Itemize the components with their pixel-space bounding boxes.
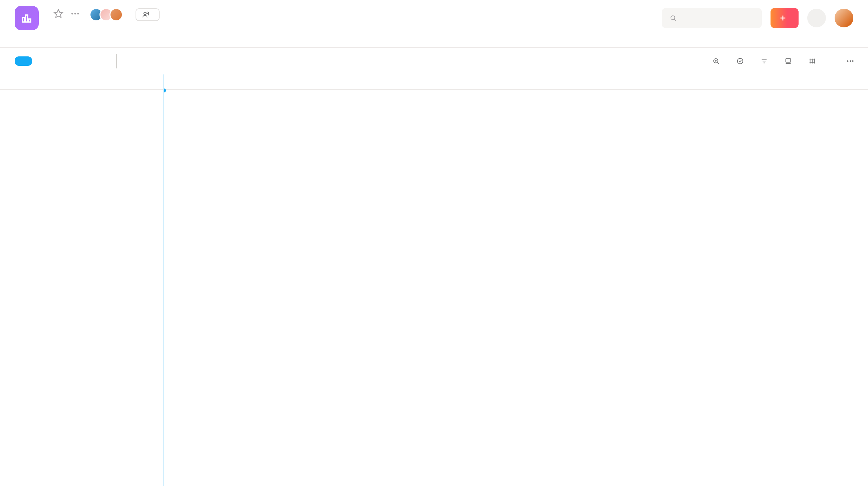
svg-marker-3 <box>54 9 63 18</box>
share-button[interactable] <box>135 8 160 21</box>
zoom-days-button[interactable] <box>712 57 723 65</box>
new-button[interactable] <box>771 8 799 28</box>
toolbar <box>0 48 868 74</box>
facepile[interactable] <box>93 8 123 21</box>
svg-point-5 <box>74 13 76 14</box>
timeline[interactable] <box>163 74 868 486</box>
svg-point-9 <box>671 16 675 20</box>
check-circle-icon <box>737 57 744 65</box>
avatar <box>110 8 123 21</box>
svg-point-6 <box>77 13 79 14</box>
search-icon <box>670 14 677 22</box>
today-marker <box>163 74 164 486</box>
current-user-avatar[interactable] <box>835 9 853 27</box>
header <box>0 0 868 48</box>
svg-point-30 <box>852 60 853 62</box>
svg-point-4 <box>71 13 73 14</box>
star-icon[interactable] <box>54 9 63 21</box>
svg-line-14 <box>717 62 719 64</box>
color-icon <box>784 57 792 65</box>
filter-icon <box>761 57 768 65</box>
svg-point-29 <box>850 60 851 62</box>
search-box[interactable] <box>662 8 762 28</box>
month-label <box>116 54 121 68</box>
svg-rect-0 <box>23 18 25 22</box>
tabs <box>47 28 160 35</box>
project-icon <box>15 6 39 30</box>
svg-rect-21 <box>786 59 791 62</box>
more-icon[interactable] <box>70 9 80 21</box>
svg-rect-2 <box>29 19 31 22</box>
sidebar <box>0 74 163 486</box>
svg-point-28 <box>847 60 848 62</box>
workspace <box>0 74 868 486</box>
grid-icon <box>809 57 816 65</box>
zoom-icon <box>712 57 720 65</box>
work-hours-button[interactable] <box>809 57 819 65</box>
svg-point-17 <box>738 58 743 64</box>
plus-icon <box>779 14 786 22</box>
svg-rect-1 <box>26 15 28 22</box>
completed-tasks-button[interactable] <box>737 57 747 65</box>
search-input[interactable] <box>682 13 754 23</box>
add-project-button[interactable] <box>15 56 32 66</box>
help-button[interactable] <box>807 9 826 27</box>
svg-point-8 <box>147 12 149 14</box>
svg-point-7 <box>144 12 146 15</box>
svg-line-10 <box>674 19 676 21</box>
filter-button[interactable] <box>761 57 771 65</box>
toolbar-more-icon[interactable] <box>846 57 855 65</box>
color-button[interactable] <box>784 57 795 65</box>
